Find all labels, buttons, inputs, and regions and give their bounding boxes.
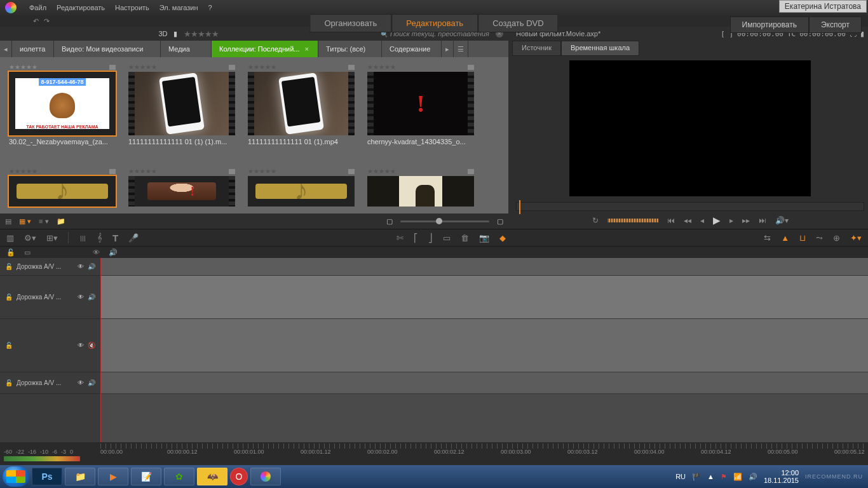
play-icon[interactable]: ▶ bbox=[713, 215, 721, 226]
library-item[interactable]: ★★★★★ 11111111111111 01 (1).mp4 bbox=[248, 64, 355, 146]
item-thumbnail[interactable] bbox=[9, 176, 116, 207]
track-header-row[interactable]: 🔓 Дорожка A/V ... 👁 🔊 bbox=[0, 276, 100, 319]
menu-help[interactable]: ? bbox=[203, 4, 217, 11]
mode-organize[interactable]: Организовать bbox=[309, 14, 391, 32]
view-3d-toggle[interactable]: 3D bbox=[158, 30, 167, 37]
taskbar-notes-icon[interactable]: 📝 bbox=[131, 468, 161, 485]
track-area[interactable] bbox=[100, 258, 868, 442]
speaker-all-icon[interactable]: 🔊 bbox=[109, 248, 118, 257]
library-item[interactable]: ★★★★★ bbox=[248, 168, 355, 207]
library-item[interactable]: ★★★★★ 11111111111111 01 (1) (1).m... bbox=[128, 64, 235, 146]
taskbar-mediaplayer-icon[interactable]: ▶ bbox=[98, 468, 128, 485]
tl-collapse-icon[interactable]: ▥ bbox=[6, 233, 14, 243]
track-header-row[interactable]: 🔓 Дорожка A/V ... 👁 🔊 bbox=[0, 372, 100, 394]
lib-tab-prev[interactable]: ◂ bbox=[0, 41, 12, 57]
step-back-icon[interactable]: ◂◂ bbox=[684, 216, 691, 225]
lib-tab-collections[interactable]: Коллекции: Последний...× bbox=[212, 41, 318, 57]
speaker-icon[interactable]: 🔊 bbox=[88, 263, 95, 270]
track-lane[interactable] bbox=[100, 258, 868, 276]
tl-marker-out-icon[interactable]: ⎦ bbox=[428, 233, 433, 243]
preview-screen[interactable] bbox=[569, 60, 811, 196]
tl-snapshot-icon[interactable]: 📷 bbox=[479, 233, 489, 243]
speaker-icon[interactable]: 🔊 bbox=[88, 379, 95, 386]
rating-filter[interactable]: ★★★★★ bbox=[184, 29, 219, 39]
library-item[interactable]: ★★★★★ 8-917-544-46-78 ТАК РАБОТАЕТ НАША … bbox=[9, 64, 116, 146]
goto-start-icon[interactable]: ⏮ bbox=[667, 216, 675, 225]
step-fwd-icon[interactable]: ▸▸ bbox=[742, 216, 750, 225]
track-header-row[interactable]: 🔓 Дорожка A/V ... 👁 🔊 bbox=[0, 258, 100, 276]
library-item[interactable]: ★★★★★ ! bbox=[128, 168, 235, 207]
goto-end-icon[interactable]: ⏭ bbox=[759, 216, 766, 225]
preview-tab-source[interactable]: Источник bbox=[512, 41, 561, 56]
track-lane[interactable] bbox=[100, 276, 868, 319]
tl-marker-in-icon[interactable]: ⎡ bbox=[414, 233, 418, 243]
lock-icon[interactable]: 🔓 bbox=[5, 294, 13, 301]
undo-icon[interactable]: ↶ bbox=[33, 17, 39, 25]
grid-view-icon[interactable]: ▦ ▾ bbox=[19, 217, 31, 226]
redo-icon[interactable]: ↷ bbox=[44, 17, 50, 25]
taskbar-icq-icon[interactable]: ✿ bbox=[164, 468, 194, 485]
tray-clock[interactable]: 12:00 18.11.2015 bbox=[764, 469, 799, 484]
tray-up-icon[interactable]: ▲ bbox=[707, 473, 714, 480]
tl-magnet-icon[interactable]: ⊔ bbox=[799, 233, 806, 243]
tray-lang[interactable]: RU bbox=[675, 473, 686, 480]
eye-icon[interactable]: 👁 bbox=[78, 379, 84, 386]
lib-tab-media[interactable]: Медиа bbox=[161, 41, 212, 57]
lock-all-icon[interactable]: 🔓 bbox=[6, 248, 15, 257]
tl-link-icon[interactable]: ⇆ bbox=[764, 233, 771, 243]
eye-all-icon[interactable]: 👁 bbox=[93, 248, 100, 256]
lib-tab-content[interactable]: Содержание bbox=[382, 41, 442, 57]
tray-volume-icon[interactable]: 🔊 bbox=[749, 473, 757, 481]
item-thumbnail[interactable]: ! bbox=[367, 72, 474, 135]
item-thumbnail[interactable]: ! bbox=[128, 176, 235, 207]
tray-network-icon[interactable]: 📶 bbox=[733, 473, 742, 481]
lib-tab-next[interactable]: ▸ bbox=[442, 41, 454, 57]
eye-icon[interactable]: 👁 bbox=[78, 294, 84, 301]
menu-file[interactable]: Файл bbox=[24, 4, 51, 11]
tl-text-icon[interactable]: T bbox=[112, 233, 118, 243]
tab-close-icon[interactable]: × bbox=[305, 45, 309, 53]
taskbar-opera-icon[interactable]: O bbox=[230, 468, 248, 485]
eye-icon[interactable]: 👁 bbox=[78, 263, 84, 270]
preview-tab-timeline[interactable]: Временная шкала bbox=[561, 41, 639, 56]
tl-add-track-icon[interactable]: ▲ bbox=[781, 233, 789, 243]
import-button[interactable]: Импортировать bbox=[730, 17, 809, 33]
taskbar-bat-icon[interactable]: 🦇 bbox=[197, 468, 227, 485]
item-thumbnail[interactable] bbox=[128, 72, 235, 135]
taskbar-pinnacle-icon[interactable] bbox=[250, 468, 281, 485]
zoom-slider[interactable] bbox=[400, 220, 489, 222]
mode-create-dvd[interactable]: Создать DVD bbox=[478, 14, 558, 32]
lock-icon[interactable]: 🔓 bbox=[5, 379, 13, 386]
zoom-in-icon[interactable]: ▢ bbox=[497, 217, 503, 226]
mode-edit[interactable]: Редактировать bbox=[391, 14, 478, 32]
track-lane[interactable] bbox=[100, 319, 868, 372]
menu-edit[interactable]: Редактировать bbox=[51, 4, 110, 11]
speaker-icon[interactable]: 🔊 bbox=[88, 294, 95, 301]
frame-fwd-icon[interactable]: ▸ bbox=[729, 216, 733, 225]
tl-treble-icon[interactable]: 𝄞 bbox=[97, 233, 102, 243]
library-item[interactable]: ★★★★★ bbox=[367, 168, 474, 207]
folder-icon[interactable]: 📁 bbox=[57, 217, 65, 226]
tl-mark-icon[interactable]: ◆ bbox=[499, 233, 506, 243]
tl-razor-icon[interactable]: ✄ bbox=[397, 233, 403, 243]
library-item[interactable]: ★★★★★ ! chernyy-kvadrat_14304335_o... bbox=[367, 64, 474, 146]
tl-fit-icon[interactable]: ⊞▾ bbox=[46, 233, 58, 243]
tl-gear-icon[interactable]: ⚙▾ bbox=[24, 233, 36, 243]
tl-mic-icon[interactable]: 🎤 bbox=[128, 233, 139, 243]
tl-clipboard-icon[interactable]: ▭ bbox=[443, 233, 451, 243]
tray-security-icon[interactable]: ⚑ bbox=[721, 473, 727, 481]
list-view-icon[interactable]: ≡ ▾ bbox=[39, 217, 48, 226]
menu-eshop[interactable]: Эл. магазин bbox=[154, 4, 203, 11]
storyboard-icon[interactable]: ▭ bbox=[24, 248, 31, 257]
tray-flag-icon[interactable]: 🏴 bbox=[692, 473, 701, 481]
tl-trash-icon[interactable]: 🗑 bbox=[461, 233, 469, 243]
start-button[interactable] bbox=[3, 466, 29, 487]
tl-trim-icon[interactable]: ⤳ bbox=[816, 233, 823, 243]
item-thumbnail[interactable] bbox=[248, 72, 355, 135]
loop-icon[interactable]: ↻ bbox=[592, 216, 599, 225]
item-thumbnail[interactable]: 8-917-544-46-78 ТАК РАБОТАЕТ НАША РЕКЛАМ… bbox=[9, 72, 116, 135]
lock-icon[interactable]: 🔓 bbox=[5, 342, 13, 349]
tl-eye-icon[interactable]: ⊕ bbox=[833, 233, 840, 243]
item-thumbnail[interactable] bbox=[248, 176, 355, 207]
export-button[interactable]: Экспорт bbox=[809, 17, 862, 33]
